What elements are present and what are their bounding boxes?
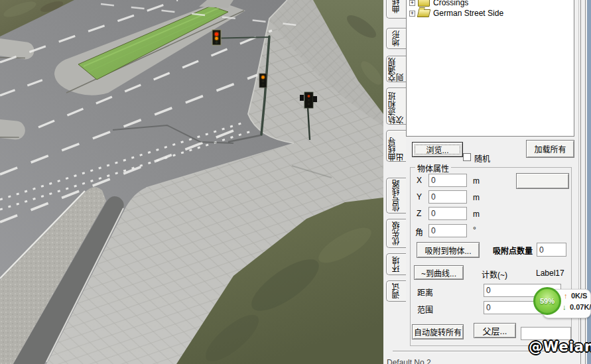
- application-window: 曲线 地形 交通规则 轨迹和班次 曲线导出 信号线路 优先级 环境 调试 + C…: [0, 0, 591, 364]
- 3d-viewport[interactable]: [0, 0, 383, 364]
- upload-speed: 0K/S: [571, 292, 587, 300]
- parent-layer-label: 父层...: [483, 324, 507, 337]
- tab-priority-label: 优先级: [393, 221, 401, 245]
- parent-layer-input[interactable]: [521, 327, 571, 340]
- random-checkbox-label: 随机: [474, 152, 490, 164]
- z-label: Z: [417, 209, 421, 218]
- expand-icon[interactable]: +: [409, 11, 415, 17]
- snap-to-object-button[interactable]: 吸附到物体...: [417, 242, 480, 258]
- y-unit: m: [473, 193, 480, 202]
- range-label: 范围: [417, 304, 433, 315]
- signal-head-pole: [259, 74, 267, 88]
- tab-curve-label: 曲线: [393, 0, 401, 13]
- progress-circle[interactable]: 59%: [533, 287, 561, 315]
- distance-label: 距离: [417, 286, 433, 298]
- tab-priority[interactable]: 优先级: [386, 219, 406, 248]
- load-all-button-label: 加载所有: [534, 143, 566, 154]
- label17: Label17: [536, 269, 564, 278]
- browse-button[interactable]: 浏览...: [412, 142, 463, 157]
- tree-item-crossings[interactable]: + Crossings: [409, 0, 468, 8]
- tab-signal-routes-label: 信号线路: [393, 180, 401, 212]
- auto-rotate-all-button[interactable]: 自动旋转所有: [412, 324, 464, 339]
- tab-environment-label: 环境: [393, 257, 401, 273]
- tree-item-label: German Street Side: [433, 9, 503, 18]
- tab-signal-routes[interactable]: 信号线路: [386, 178, 406, 213]
- tab-traffic-rules[interactable]: 交通规则: [386, 56, 406, 82]
- tab-terrain[interactable]: 地形: [386, 28, 406, 49]
- status-text: Default No 2: [387, 358, 486, 364]
- angle-unit: °: [473, 225, 476, 235]
- z-input[interactable]: [428, 207, 467, 220]
- z-unit: m: [473, 210, 480, 219]
- tab-curve-export-label: 曲线导出: [389, 131, 405, 161]
- signal-head-hanging: [212, 30, 221, 45]
- download-arrow-icon: ↓: [562, 303, 566, 311]
- parent-layer-button[interactable]: 父层...: [474, 323, 516, 338]
- 3d-scene-svg: [0, 0, 383, 364]
- snap-count-input[interactable]: [537, 243, 566, 257]
- snap-to-object-label: 吸附到物体...: [425, 245, 471, 256]
- tab-tracks-shifts[interactable]: 轨迹和班次: [386, 88, 406, 125]
- count-label: 计数(~): [482, 269, 507, 280]
- tab-environment[interactable]: 环境: [386, 253, 406, 275]
- object-tree[interactable]: + Crossings + German Street Side: [406, 0, 574, 137]
- blank-button[interactable]: [516, 173, 569, 189]
- tab-terrain-label: 地形: [393, 30, 401, 46]
- folder-icon: [418, 0, 430, 7]
- group-title: 物体属性: [415, 162, 451, 174]
- auto-rotate-all-label: 自动旋转所有: [414, 326, 462, 337]
- tab-tracks-shifts-label: 轨迹和班次: [389, 88, 405, 124]
- tab-debug-label: 调试: [393, 283, 401, 299]
- object-properties-group: 物体属性 X m Y m Z m 角 ° 吸附到物体... 吸附点数量 ~到曲线…: [410, 167, 572, 346]
- tab-debug[interactable]: 调试: [386, 280, 406, 302]
- tab-curve[interactable]: 曲线: [386, 0, 406, 19]
- x-input[interactable]: [428, 174, 467, 187]
- tool-panel: 曲线 地形 交通规则 轨迹和班次 曲线导出 信号线路 优先级 环境 调试 + C…: [383, 0, 591, 364]
- angle-label: 角: [415, 226, 423, 237]
- download-speed: 0.07K/S: [570, 303, 591, 311]
- x-label: X: [417, 176, 422, 185]
- to-curve-label: ~到曲线...: [421, 267, 456, 278]
- tree-item-label: Crossings: [433, 0, 468, 7]
- watermark: @Weians: [529, 339, 591, 355]
- open-folder-icon: [417, 9, 431, 17]
- tab-curve-export[interactable]: 曲线导出: [386, 130, 406, 162]
- y-label: Y: [417, 192, 422, 202]
- tree-item-german-street-side[interactable]: + German Street Side: [409, 8, 503, 19]
- expand-icon[interactable]: +: [409, 0, 415, 6]
- snap-count-label: 吸附点数量: [493, 245, 533, 256]
- x-unit: m: [473, 176, 480, 186]
- angle-input[interactable]: [428, 224, 467, 237]
- browse-button-label: 浏览...: [426, 144, 448, 155]
- progress-percent: 59%: [540, 297, 555, 305]
- to-curve-button[interactable]: ~到曲线...: [414, 265, 464, 280]
- tab-traffic-rules-label: 交通规则: [389, 56, 405, 82]
- y-input[interactable]: [428, 190, 467, 204]
- load-all-button[interactable]: 加载所有: [526, 140, 574, 158]
- random-checkbox[interactable]: [463, 153, 471, 161]
- upload-arrow-icon: ↑: [564, 292, 568, 300]
